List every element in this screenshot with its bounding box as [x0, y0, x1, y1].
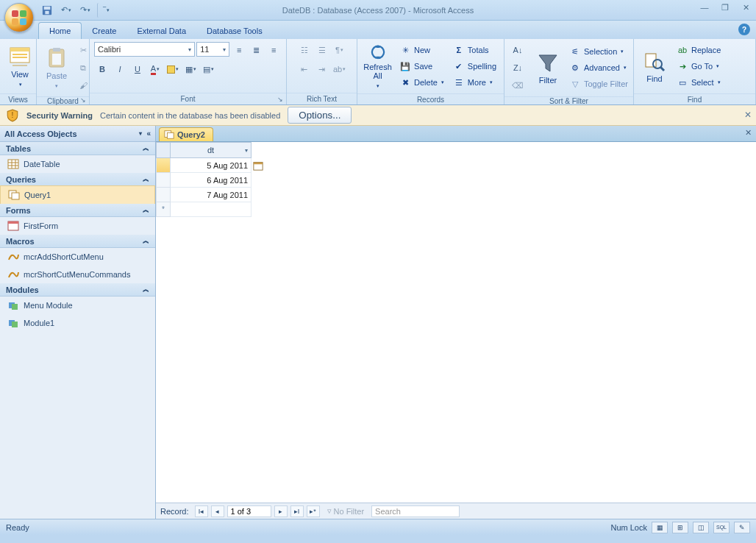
- column-header-dt[interactable]: dt▾: [171, 142, 252, 158]
- numbered-list-icon[interactable]: ☷: [296, 42, 313, 58]
- italic-icon[interactable]: I: [112, 61, 128, 77]
- doc-tab-query2[interactable]: Query2: [159, 127, 213, 141]
- view-button[interactable]: View▾: [4, 42, 35, 90]
- navitem-query1[interactable]: Query1: [0, 185, 155, 205]
- navitem-module2[interactable]: Module1: [0, 314, 155, 332]
- new-record-nav-button[interactable]: ▸*: [307, 505, 320, 517]
- delete-record-button[interactable]: ✖Delete▾: [396, 75, 447, 90]
- restore-button[interactable]: ❐: [718, 1, 732, 13]
- select-all-corner[interactable]: [156, 142, 171, 158]
- navpane-collapse-icon[interactable]: «: [146, 129, 151, 138]
- alternate-fill-icon[interactable]: ▤▾: [200, 61, 216, 77]
- gridlines-icon[interactable]: ▦▾: [182, 61, 199, 77]
- navgroup-forms[interactable]: Forms︽: [0, 204, 155, 217]
- align-center-icon[interactable]: ≣: [249, 42, 265, 58]
- navgroup-queries[interactable]: Queries︽: [0, 173, 155, 186]
- office-button[interactable]: [4, 3, 34, 32]
- record-search-box[interactable]: Search: [371, 505, 460, 517]
- bold-icon[interactable]: B: [94, 61, 110, 77]
- bulleted-list-icon[interactable]: ☰: [314, 42, 330, 58]
- doc-close-icon[interactable]: ✕: [745, 128, 752, 138]
- cell[interactable]: 6 Aug 2011: [171, 173, 252, 188]
- selection-filter-button[interactable]: ⚟Selection▾: [566, 44, 631, 59]
- tab-home[interactable]: Home: [38, 22, 82, 39]
- pivottable-view-button[interactable]: ⊞: [672, 522, 688, 533]
- help-icon[interactable]: ?: [738, 24, 750, 35]
- font-size-combo[interactable]: 11▾: [196, 42, 229, 57]
- cut-icon[interactable]: ✂: [75, 42, 91, 58]
- row-selector-new[interactable]: *: [156, 202, 171, 217]
- date-picker-icon[interactable]: [252, 158, 265, 173]
- navgroup-modules[interactable]: Modules︽: [0, 283, 155, 297]
- row-selector[interactable]: [156, 158, 171, 173]
- pivotchart-view-button[interactable]: ◫: [693, 522, 709, 533]
- toggle-filter-button[interactable]: ▽Toggle Filter: [566, 77, 631, 91]
- format-painter-icon[interactable]: 🖌: [75, 77, 91, 93]
- next-record-button[interactable]: ▸: [274, 505, 288, 517]
- undo-icon[interactable]: ↶▾: [59, 3, 74, 18]
- sql-view-button[interactable]: SQL: [713, 522, 730, 533]
- navitem-macro2[interactable]: mcrShortCutMenuCommands: [0, 266, 155, 283]
- copy-icon[interactable]: ⧉: [75, 60, 91, 76]
- row-selector[interactable]: [156, 173, 171, 188]
- refresh-all-button[interactable]: Refresh All▾: [362, 42, 393, 90]
- totals-button[interactable]: ΣTotals: [450, 43, 499, 57]
- filter-button[interactable]: Filter: [532, 43, 563, 92]
- navitem-firstform[interactable]: FirstForm: [0, 217, 155, 235]
- cell[interactable]: 7 Aug 2011: [171, 188, 252, 202]
- text-direction-icon[interactable]: ¶▾: [332, 42, 348, 58]
- underline-icon[interactable]: U: [129, 61, 146, 77]
- navpane-header[interactable]: All Access Objects ▾ «: [0, 126, 155, 142]
- paste-button[interactable]: Paste▾: [41, 43, 72, 92]
- column-dropdown-icon[interactable]: ▾: [245, 147, 248, 154]
- clipboard-launcher-icon[interactable]: ↘: [79, 96, 88, 104]
- close-button[interactable]: ✕: [738, 1, 753, 13]
- font-color-icon[interactable]: A▾: [147, 61, 163, 77]
- last-record-button[interactable]: ▸I: [290, 505, 304, 517]
- align-right-icon[interactable]: ≡: [265, 42, 282, 58]
- cell[interactable]: 5 Aug 2011: [171, 158, 252, 173]
- font-name-combo[interactable]: Calibri▾: [94, 42, 195, 57]
- save-record-button[interactable]: 💾Save: [396, 59, 447, 74]
- datasheet-grid[interactable]: dt▾ 5 Aug 2011 6 Aug 2011 7 Aug 2011 *: [156, 142, 756, 503]
- save-icon[interactable]: [40, 3, 54, 18]
- fill-color-icon[interactable]: ▾: [165, 61, 181, 77]
- record-position-input[interactable]: [227, 505, 271, 517]
- navitem-module1[interactable]: Menu Module: [0, 297, 155, 314]
- tab-create[interactable]: Create: [82, 23, 126, 39]
- spelling-button[interactable]: ✔Spelling: [450, 59, 499, 74]
- select-button[interactable]: ▭Select▾: [674, 75, 724, 90]
- replace-button[interactable]: abReplace: [674, 43, 724, 57]
- datasheet-view-button[interactable]: ▦: [652, 522, 668, 533]
- increase-indent-icon[interactable]: ⇥: [314, 61, 330, 77]
- highlight-icon[interactable]: ab▾: [332, 61, 348, 77]
- decrease-indent-icon[interactable]: ⇤: [296, 61, 313, 77]
- design-view-button[interactable]: ✎: [734, 522, 750, 533]
- advanced-filter-button[interactable]: ⚙Advanced▾: [566, 60, 631, 75]
- navitem-macro1[interactable]: mcrAddShortCutMenu: [0, 248, 155, 266]
- first-record-button[interactable]: I◂: [195, 505, 208, 517]
- row-selector[interactable]: [156, 188, 171, 202]
- qat-customize-icon[interactable]: ‾▾: [97, 3, 112, 18]
- sort-desc-icon[interactable]: Z↓: [509, 60, 527, 76]
- navgroup-tables[interactable]: Tables︽: [0, 142, 155, 155]
- sort-asc-icon[interactable]: A↓: [509, 42, 527, 58]
- align-left-icon[interactable]: ≡: [231, 42, 247, 58]
- minimize-button[interactable]: —: [697, 1, 712, 13]
- clear-sort-icon[interactable]: ⌫: [509, 77, 527, 93]
- tab-external-data[interactable]: External Data: [126, 23, 196, 39]
- find-button[interactable]: Find: [638, 42, 671, 90]
- font-launcher-icon[interactable]: ↘: [276, 95, 285, 104]
- security-close-icon[interactable]: ✕: [744, 110, 752, 120]
- navitem-datetable[interactable]: DateTable: [0, 155, 155, 173]
- tab-database-tools[interactable]: Database Tools: [196, 23, 273, 39]
- prev-record-button[interactable]: ◂: [211, 505, 224, 517]
- redo-icon[interactable]: ↷▾: [78, 3, 93, 18]
- security-options-button[interactable]: Options...: [288, 107, 352, 124]
- cell-new[interactable]: [171, 202, 252, 217]
- goto-button[interactable]: ➔Go To▾: [674, 59, 724, 74]
- navgroup-macros[interactable]: Macros︽: [0, 235, 155, 248]
- new-record-button[interactable]: ✳New: [396, 43, 447, 57]
- navpane-dropdown-icon[interactable]: ▾: [139, 130, 142, 137]
- more-records-button[interactable]: ☰More▾: [450, 75, 499, 90]
